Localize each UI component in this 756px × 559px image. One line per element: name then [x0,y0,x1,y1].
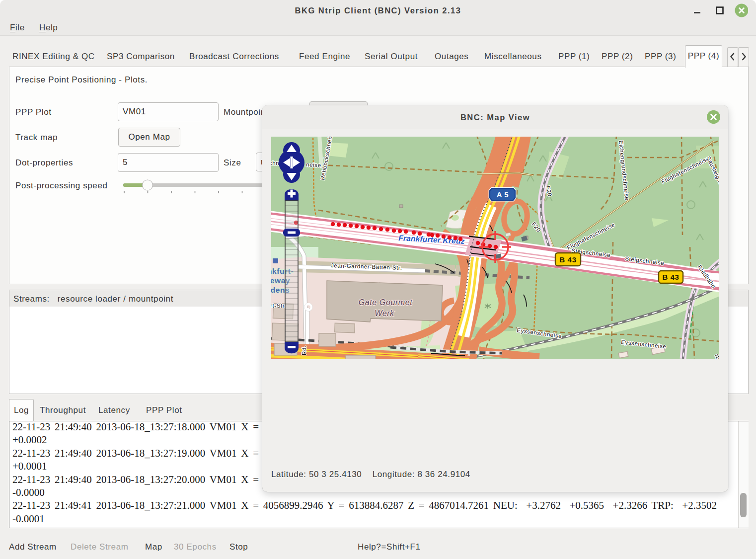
svg-text:chn: chn [271,160,279,166]
svg-text:neise: neise [306,161,321,168]
svg-text:Werk: Werk [375,309,394,318]
svg-text:B 43: B 43 [559,255,577,264]
svg-text:Rd.: Rd. [301,345,307,355]
svg-text:B 43: B 43 [662,273,679,281]
svg-text:rt-Str.: rt-Str. [271,303,286,309]
svg-text:Gate Gourmet: Gate Gourmet [359,298,413,307]
svg-text:A 5: A 5 [497,190,509,199]
